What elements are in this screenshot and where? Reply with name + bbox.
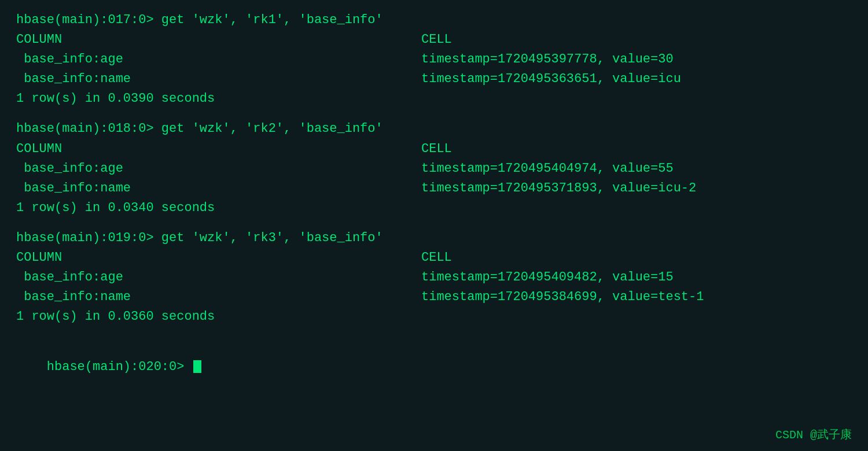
header-row-3: COLUMN CELL <box>16 248 852 268</box>
final-prompt-text: hbase(main):020:0> <box>47 360 192 374</box>
column-value-3-1: base_info:name <box>16 287 421 307</box>
prompt-3: hbase(main):019:0> get 'wzk', 'rk3', 'ba… <box>16 228 852 248</box>
cell-value-2-0: timestamp=1720495404974, value=55 <box>421 159 674 179</box>
terminal: hbase(main):017:0> get 'wzk', 'rk1', 'ba… <box>0 0 868 451</box>
prompt-2: hbase(main):018:0> get 'wzk', 'rk2', 'ba… <box>16 119 852 139</box>
header-row-2: COLUMN CELL <box>16 139 852 159</box>
data-row-3-1: base_info:name timestamp=1720495384699, … <box>16 287 852 307</box>
column-value-2-0: base_info:age <box>16 159 421 179</box>
data-row-2-1: base_info:name timestamp=1720495371893, … <box>16 179 852 198</box>
final-prompt[interactable]: hbase(main):020:0> <box>16 337 852 396</box>
cursor-block <box>193 360 201 373</box>
summary-2: 1 row(s) in 0.0340 seconds <box>16 198 852 218</box>
data-row-1-0: base_info:age timestamp=1720495397778, v… <box>16 50 852 69</box>
block-3: hbase(main):019:0> get 'wzk', 'rk3', 'ba… <box>16 228 852 327</box>
cell-header-1: CELL <box>421 30 452 50</box>
cell-value-2-1: timestamp=1720495371893, value=icu-2 <box>421 179 696 198</box>
data-row-3-0: base_info:age timestamp=1720495409482, v… <box>16 268 852 287</box>
col-header-3: COLUMN <box>16 248 421 268</box>
cell-header-3: CELL <box>421 248 452 268</box>
column-value-1-1: base_info:name <box>16 69 421 89</box>
col-header-2: COLUMN <box>16 139 421 159</box>
column-value-1-0: base_info:age <box>16 50 421 69</box>
cell-value-3-0: timestamp=1720495409482, value=15 <box>421 268 674 287</box>
block-1: hbase(main):017:0> get 'wzk', 'rk1', 'ba… <box>16 10 852 109</box>
cell-value-1-1: timestamp=1720495363651, value=icu <box>421 69 681 89</box>
prompt-1: hbase(main):017:0> get 'wzk', 'rk1', 'ba… <box>16 10 852 30</box>
col-header-1: COLUMN <box>16 30 421 50</box>
block-2: hbase(main):018:0> get 'wzk', 'rk2', 'ba… <box>16 119 852 217</box>
data-row-2-0: base_info:age timestamp=1720495404974, v… <box>16 159 852 179</box>
column-value-3-0: base_info:age <box>16 268 421 287</box>
summary-3: 1 row(s) in 0.0360 seconds <box>16 307 852 327</box>
watermark: CSDN @武子康 <box>775 426 852 444</box>
cell-header-2: CELL <box>421 139 452 159</box>
cell-value-1-0: timestamp=1720495397778, value=30 <box>421 50 674 69</box>
data-row-1-1: base_info:name timestamp=1720495363651, … <box>16 69 852 89</box>
header-row-1: COLUMN CELL <box>16 30 852 50</box>
column-value-2-1: base_info:name <box>16 179 421 198</box>
summary-1: 1 row(s) in 0.0390 seconds <box>16 89 852 109</box>
cell-value-3-1: timestamp=1720495384699, value=test-1 <box>421 287 704 307</box>
